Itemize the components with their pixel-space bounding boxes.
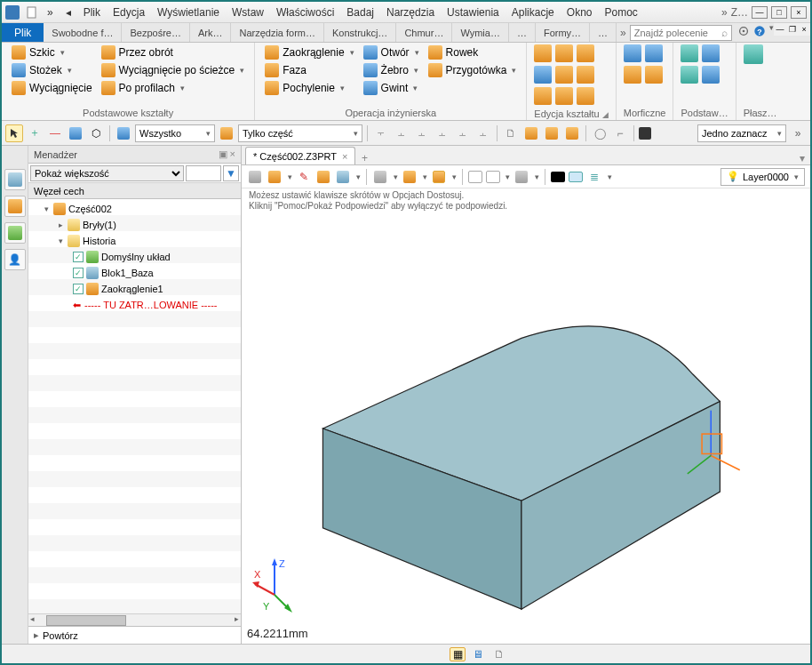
shape-edit-icon[interactable]	[534, 66, 552, 84]
chamfer-button[interactable]: Faza	[262, 62, 356, 78]
sidetab-views[interactable]	[4, 196, 26, 217]
menu-narzedzia[interactable]: Narzędzia	[380, 6, 441, 19]
tab-chmura[interactable]: Chmur…	[396, 23, 452, 42]
shape-edit-icon[interactable]	[534, 87, 552, 105]
command-search-input[interactable]	[634, 28, 722, 38]
view-icon[interactable]	[335, 169, 351, 185]
align-icon[interactable]: ⫠	[474, 124, 492, 142]
viewport-canvas[interactable]: Z X Y 64.2211mm	[242, 213, 810, 644]
tab-narzedzia-form[interactable]: Narzędzia form…	[231, 23, 324, 42]
help-icon[interactable]: ?	[753, 23, 766, 39]
view-icon[interactable]	[315, 169, 331, 185]
morph-icon[interactable]	[624, 66, 641, 84]
section-icon[interactable]	[486, 171, 500, 183]
menu-aplikacje[interactable]: Aplikacje	[506, 6, 561, 19]
tab-overflow-1[interactable]: …	[509, 23, 536, 42]
tab-bezposrednie[interactable]: Bezpośre…	[122, 23, 189, 42]
menu-overflow-left[interactable]: »	[41, 6, 60, 19]
menu-wyswietlanie[interactable]: Wyświetlanie	[151, 6, 226, 19]
mdi-restore-button[interactable]: ❐	[786, 23, 799, 36]
clip-icon[interactable]	[563, 124, 581, 142]
loft-button[interactable]: Po profilach▾	[99, 80, 248, 96]
align-icon[interactable]: ⫟	[372, 124, 390, 142]
toolbar-overflow-icon[interactable]: »	[789, 124, 807, 142]
swatch-blue[interactable]	[569, 172, 583, 182]
tab-formy[interactable]: Formy…	[536, 23, 590, 42]
basic-icon[interactable]	[681, 44, 698, 62]
hex-icon[interactable]: ⬡	[87, 124, 105, 142]
sweep-button[interactable]: Wyciągnięcie po ścieżce▾	[99, 62, 248, 78]
menu-wstaw[interactable]: Wstaw	[226, 6, 270, 19]
copy-icon[interactable]	[522, 124, 540, 142]
groove-button[interactable]: Rowek	[426, 44, 520, 60]
menu-ustawienia[interactable]: Ustawienia	[441, 6, 506, 19]
file-tab[interactable]: Plik	[2, 23, 44, 42]
tab-arkusz[interactable]: Ark…	[190, 23, 232, 42]
home-view-icon[interactable]	[247, 169, 263, 185]
paste-icon[interactable]	[543, 124, 561, 142]
tab-konstrukcje[interactable]: Konstrukcj…	[324, 23, 396, 42]
doc-icon[interactable]: 🗋	[502, 124, 520, 142]
basic-icon[interactable]	[702, 66, 720, 84]
swatch-icon[interactable]	[639, 127, 651, 140]
document-tab[interactable]: * Część002.Z3PRT ×	[245, 147, 355, 164]
tree-root[interactable]: ▾Część002	[28, 201, 241, 217]
layer-stack-icon[interactable]: ≣	[586, 169, 602, 185]
wire-view-icon[interactable]	[402, 169, 418, 185]
menu-pomoc[interactable]: Pomoc	[598, 6, 643, 19]
status-layout-icon[interactable]: ▦	[450, 647, 466, 661]
tree-item-datum[interactable]: ✓Domyślny układ	[28, 249, 241, 265]
tabs-menu-icon[interactable]: ▾	[794, 152, 810, 164]
shape-edit-icon[interactable]	[555, 66, 573, 84]
manager-filter-input[interactable]	[186, 165, 221, 181]
tabs-overflow[interactable]: »	[617, 23, 630, 42]
rib-button[interactable]: Żebro▾	[361, 62, 422, 78]
selection-mode-icon[interactable]	[67, 124, 84, 142]
menu-plik[interactable]: Plik	[77, 6, 107, 19]
menu-wlasciwosci[interactable]: Właściwości	[270, 6, 340, 19]
tree-item-block[interactable]: ✓Blok1_Baza	[28, 265, 241, 281]
align-icon[interactable]: ⫠	[393, 124, 410, 142]
status-monitor-icon[interactable]: 🖥	[469, 645, 487, 663]
shape-edit-icon[interactable]	[577, 66, 594, 84]
sidetab-features[interactable]	[4, 169, 26, 190]
filter-select-all[interactable]: Wszystko▾	[135, 124, 215, 142]
tab-overflow-2[interactable]: …	[590, 23, 617, 42]
tree-rollback-bar[interactable]: ⬅----- TU ZATR…LOWANIE -----	[28, 297, 241, 313]
morph-icon[interactable]	[645, 66, 663, 84]
remove-selection-icon[interactable]: —	[46, 124, 64, 142]
section-icon[interactable]	[468, 171, 482, 183]
stock-button[interactable]: Przygotówka▾	[426, 62, 520, 78]
close-tab-icon[interactable]: ×	[342, 151, 347, 162]
filter-icon[interactable]	[115, 124, 132, 142]
scrollbar-thumb[interactable]	[46, 615, 126, 626]
tree-item-fillet[interactable]: ✓Zaokrąglenie1	[28, 281, 241, 297]
feature-tree[interactable]: ▾Część002 ▸Bryły(1) ▾Historia ✓Domyślny …	[28, 199, 241, 613]
part-filter-select[interactable]: Tylko część▾	[238, 124, 362, 142]
fillet-button[interactable]: Zaokrąglenie▾	[262, 44, 356, 60]
morph-icon[interactable]	[645, 44, 663, 62]
shape-edit-icon[interactable]	[577, 87, 594, 105]
cone-button[interactable]: Stożek▾	[9, 62, 95, 78]
checkbox-icon[interactable]: ✓	[73, 268, 84, 278]
menu-edycja[interactable]: Edycja	[107, 6, 151, 19]
align-icon[interactable]: ⫠	[434, 124, 451, 142]
revolve-button[interactable]: Przez obrót	[99, 44, 248, 60]
sketch-button[interactable]: Szkic▾	[9, 44, 95, 60]
manager-footer[interactable]: ▸Powtórz	[28, 626, 241, 644]
qat-chevron-icon[interactable]: ◂	[60, 6, 77, 19]
menu-badaj[interactable]: Badaj	[340, 6, 380, 19]
status-page-icon[interactable]: 🗋	[490, 645, 508, 663]
shape-edit-icon[interactable]	[577, 44, 594, 62]
shape-edit-icon[interactable]	[534, 44, 552, 62]
tree-history[interactable]: ▾Historia	[28, 233, 241, 249]
gear-icon[interactable]	[737, 23, 750, 39]
tool-icon[interactable]: ⌐	[611, 124, 629, 142]
flat-icon[interactable]	[744, 44, 763, 64]
part-filter-icon[interactable]	[218, 124, 235, 142]
shape-edit-icon[interactable]	[555, 87, 573, 105]
basic-icon[interactable]	[681, 66, 698, 84]
manager-hscroll[interactable]: ◂ ▸	[28, 613, 241, 626]
circle-tool-icon[interactable]: ◯	[591, 124, 609, 142]
sidetab-appearance[interactable]	[4, 222, 26, 244]
